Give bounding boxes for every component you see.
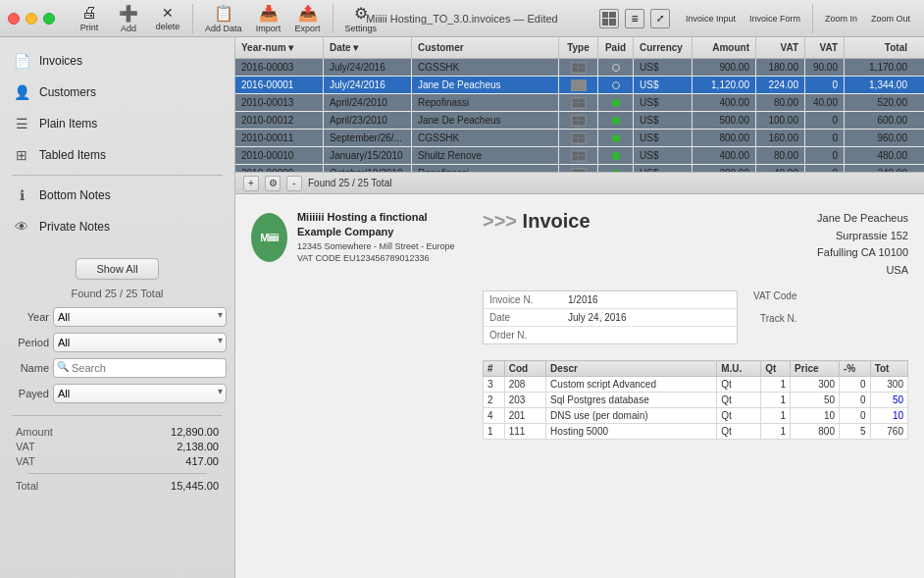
th-type[interactable]: Type	[559, 37, 598, 58]
cell-vat2: 0	[805, 165, 845, 172]
invoice-title: >>> Invoice	[483, 210, 590, 233]
show-all-button[interactable]: Show All	[76, 258, 158, 280]
th-total[interactable]: Total	[845, 37, 913, 58]
th-year-num[interactable]: Year-num ▾	[235, 37, 324, 58]
zoom-in-button[interactable]: Zoom In	[819, 12, 863, 26]
table-row[interactable]: 2010-00009 October/19/2010 Repofinassi U…	[235, 165, 924, 172]
search-input[interactable]	[53, 358, 227, 378]
name-label: Name	[8, 362, 49, 374]
traffic-lights	[8, 13, 55, 25]
inv-cell-descr: Hosting 5000	[546, 424, 717, 440]
th-vat2[interactable]: VAT	[805, 37, 845, 58]
maximize-button[interactable]	[43, 13, 55, 25]
amount-stat-label: Amount	[16, 426, 53, 438]
right-panel: Year-num ▾ Date ▾ Customer Type Paid Cur…	[235, 37, 924, 578]
expand-button[interactable]: ⤢	[650, 9, 670, 28]
total-stat-label: Total	[16, 480, 38, 492]
inv-cell-descr: DNS use (per domain)	[546, 408, 717, 424]
cell-customer: Repofinassi	[412, 94, 559, 111]
vat-code-label: VAT Code	[753, 290, 796, 301]
cell-year: 2016-00001	[235, 77, 324, 93]
type-box-grid	[571, 115, 587, 127]
cell-total: 1,344.00	[845, 77, 913, 93]
inv-cell-hash: 1	[484, 424, 505, 440]
th-vat1[interactable]: VAT	[756, 37, 805, 58]
inv-th: Price	[791, 361, 840, 377]
year-select[interactable]: All	[53, 307, 227, 327]
cell-year: 2010-00013	[235, 94, 324, 111]
cell-total: 240.00	[845, 165, 913, 172]
customer-address: Jane De Peacheus Surprassie 152 Fafullin…	[817, 210, 908, 279]
payed-filter-row: Payed All	[8, 384, 227, 403]
cell-total: 520.00	[845, 94, 913, 111]
inv-cell-hash: 3	[484, 377, 505, 393]
table-row[interactable]: 2016-00003 July/24/2016 CGSSHK US$ 900.0…	[235, 59, 924, 77]
add-row-button[interactable]: +	[243, 176, 259, 191]
sidebar-item-customers[interactable]: 👤 Customers	[0, 77, 234, 108]
print-button[interactable]: 🖨 Print	[71, 2, 108, 34]
cell-vat1: 100.00	[756, 112, 805, 129]
th-customer[interactable]: Customer	[412, 37, 559, 58]
export-icon: 📤	[298, 4, 318, 23]
cell-customer: CGSSHK	[412, 130, 559, 146]
import-button[interactable]: 📥 Import	[250, 2, 287, 35]
th-currency[interactable]: Currency	[634, 37, 693, 58]
sidebar-item-plain-items[interactable]: ☰ Plain Items	[0, 108, 234, 139]
sidebar-item-bottom-notes[interactable]: ℹ Bottom Notes	[0, 180, 234, 211]
table-row[interactable]: 2010-00013 April/24/2010 Repofinassi US$…	[235, 94, 924, 112]
th-date[interactable]: Date ▾	[324, 37, 412, 58]
table-row[interactable]: 2010-00010 January/15/2010 Shultz Renove…	[235, 147, 924, 165]
invoice-input-button[interactable]: Invoice Input	[680, 12, 742, 26]
period-select[interactable]: All	[53, 333, 227, 352]
inv-cell-hash: 2	[484, 393, 505, 408]
type-box-grid	[571, 150, 587, 162]
export-button[interactable]: 📤 Export	[289, 2, 327, 35]
inv-cell-price: 50	[791, 393, 840, 408]
cell-currency: US$	[634, 130, 693, 146]
inv-cell-tot: 10	[870, 408, 907, 424]
cell-vat2: 0	[805, 112, 845, 129]
close-button[interactable]	[8, 13, 20, 25]
customer-street: Surprassie 152	[817, 228, 908, 245]
settings-row-button[interactable]: ⚙	[265, 176, 281, 191]
invoice-meta-section: Invoice N. 1/2016 Date July 24, 2016 Ord…	[483, 290, 908, 352]
stats-divider2	[27, 473, 207, 474]
sidebar-item-invoices[interactable]: 📄 Invoices	[0, 45, 234, 77]
remove-row-button[interactable]: -	[286, 176, 302, 191]
cell-vat1: 160.00	[756, 130, 805, 146]
invoice-right: >>> Invoice Jane De Peacheus Surprassie …	[483, 210, 908, 562]
cell-vat1: 180.00	[756, 59, 805, 76]
cell-date: April/23/2010	[324, 112, 412, 129]
th-amount[interactable]: Amount	[693, 37, 756, 58]
year-filter-row: Year All	[8, 307, 227, 327]
payed-select[interactable]: All	[53, 384, 227, 403]
cell-currency: US$	[634, 94, 693, 111]
cell-date: September/26/...	[324, 130, 412, 146]
inv-th: Tot	[870, 361, 907, 377]
view-toggle-button[interactable]	[599, 9, 619, 28]
toolbar: 🖨 Print ➕ Add ✕ delete 📋 Add Data 📥 Impo…	[71, 2, 383, 35]
sidebar-item-private-notes[interactable]: 👁 Private Notes	[0, 211, 234, 242]
add-button[interactable]: ➕ Add	[110, 2, 147, 35]
invoice-form-button[interactable]: Invoice Form	[744, 12, 806, 26]
zoom-out-button[interactable]: Zoom Out	[865, 12, 916, 26]
inv-cell-mu: Qt	[717, 393, 761, 408]
th-paid[interactable]: Paid	[598, 37, 634, 58]
period-label: Period	[8, 337, 49, 348]
list-view-button[interactable]: ≡	[625, 9, 644, 28]
settings-label: Settings	[345, 24, 378, 33]
inv-cell-tot: 760	[870, 424, 907, 440]
add-data-button[interactable]: 📋 Add Data	[199, 2, 248, 35]
delete-button[interactable]: ✕ delete	[149, 3, 186, 33]
table-row[interactable]: 2010-00012 April/23/2010 Jane De Peacheu…	[235, 112, 924, 130]
sidebar: 📄 Invoices 👤 Customers ☰ Plain Items ⊞ T…	[0, 37, 235, 578]
invoice-input-label: Invoice Input	[686, 14, 736, 24]
table-row[interactable]: 2016-00001 July/24/2016 Jane De Peacheus…	[235, 77, 924, 94]
table-row[interactable]: 2010-00011 September/26/... CGSSHK US$ 8…	[235, 130, 924, 147]
cell-type	[559, 165, 598, 172]
cell-currency: US$	[634, 165, 693, 172]
cell-date: July/24/2016	[324, 59, 412, 76]
sidebar-item-tabled-items[interactable]: ⊞ Tabled Items	[0, 139, 234, 171]
minimize-button[interactable]	[26, 13, 37, 25]
invoice-date-label: Date	[489, 312, 568, 323]
